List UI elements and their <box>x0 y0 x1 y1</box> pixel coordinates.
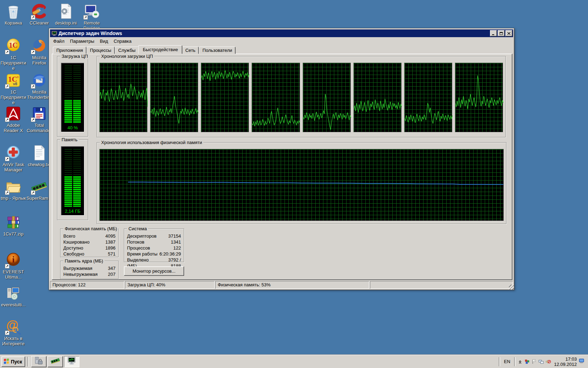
shortcut-arrow-icon: ↗ <box>31 50 35 54</box>
desktop-icon-adobe-reader[interactable]: ↗Adobe Reader X <box>0 105 27 133</box>
tab-users[interactable]: Пользователи <box>199 47 236 54</box>
tab-strip: ПриложенияПроцессыСлужбыБыстродействиеСе… <box>53 45 236 54</box>
tray-clock[interactable]: 17:03 12.09.2012 <box>554 356 577 367</box>
cpu-history-panel-1 <box>99 63 147 132</box>
cpu-history-panel-4 <box>252 63 300 132</box>
desktop-icon-ccleaner[interactable]: ↗CCleaner <box>26 3 52 26</box>
cpu-usage-group: Загрузка ЦП 40 % <box>57 56 88 137</box>
desktop-icon-desktop-ini[interactable]: desktop.ini <box>52 3 79 26</box>
everest-install-icon <box>5 285 22 301</box>
cpu-usage-group-title: Загрузка ЦП <box>60 54 89 59</box>
physical-memory-row: Доступно1896 <box>63 245 115 251</box>
superram-stick-icon <box>51 356 60 367</box>
desktop-icon-anvir[interactable]: ↗AnVir Task Manager <box>0 144 27 172</box>
tab-services[interactable]: Службы <box>115 47 139 54</box>
taskbar-button-anvir-tools[interactable] <box>31 356 47 367</box>
system-group: Система Дескрипторов37154Потоков1341Проц… <box>124 229 184 262</box>
tray-display-icon[interactable] <box>579 358 587 366</box>
taskbar-button-task-manager[interactable] <box>64 356 79 367</box>
language-indicator[interactable]: EN <box>502 359 512 364</box>
search-internet-icon: @↗ <box>5 318 22 335</box>
tab-performance[interactable]: Быстродействие <box>138 45 182 54</box>
desktop-icon-label: CCleaner <box>26 20 52 26</box>
show-hidden-icons-chevron[interactable] <box>517 359 523 364</box>
recycle-bin-icon <box>5 3 22 20</box>
ccleaner-icon: ↗ <box>31 3 48 20</box>
shortcut-arrow-icon: ↗ <box>5 264 9 268</box>
shortcut-arrow-icon: ↗ <box>31 15 35 20</box>
tab-network[interactable]: Сеть <box>182 47 199 54</box>
windows-logo-icon <box>4 358 9 365</box>
svg-text:v8: v8 <box>13 82 17 86</box>
cpu-history-panel-3 <box>201 63 249 132</box>
close-button[interactable] <box>505 30 512 36</box>
system-row: Процессов122 <box>127 245 181 251</box>
tmp-folder-icon: ↗ <box>5 178 22 195</box>
shortcut-arrow-icon: ↗ <box>5 84 9 89</box>
desktop-icon-remote-desktop[interactable]: ↗Remote Desktop <box>78 3 105 31</box>
desktop-icon-1c-v8[interactable]: 1С®v8↗1C Предприятие <box>0 72 27 105</box>
anvir-icon: ↗ <box>5 144 22 161</box>
svg-text:1С: 1С <box>9 41 18 49</box>
physical-memory-group-title: Физическая память (МБ) <box>63 226 118 231</box>
performance-tab-page: Загрузка ЦП 40 % Память 2,14 ГБ Хронолог… <box>52 54 512 280</box>
shortcut-arrow-icon: ↗ <box>83 15 88 20</box>
kernel-memory-row: Выгружаемая347 <box>63 265 115 271</box>
system-row: Дескрипторов37154 <box>127 233 181 239</box>
desktop-icon-label: desktop.ini <box>52 20 79 26</box>
taskbar-button-superram-stick[interactable] <box>48 356 63 367</box>
desktop-icon-label: AnVir Task Manager <box>0 162 27 172</box>
desktop-icon-1cv77-zip[interactable]: 1Cv77.zip <box>0 214 27 237</box>
physical-memory-group: Физическая память (МБ) Всего4095Кэширова… <box>60 229 119 257</box>
desktop-icon-search-internet[interactable]: @↗Искать в Интернете <box>0 318 27 346</box>
start-button[interactable]: Пуск <box>1 356 25 367</box>
tray-apps-icon[interactable] <box>524 359 530 364</box>
status-bar: Процессов: 122Загрузка ЦП: 40%Физическая… <box>50 280 513 289</box>
memory-gauge: 2,14 ГБ <box>61 146 84 216</box>
everest-icon: i↗ <box>5 252 22 268</box>
resource-monitor-button[interactable]: Монитор ресурсов... <box>124 266 184 276</box>
tab-applications[interactable]: Приложения <box>53 47 86 54</box>
kernel-memory-group: Память ядра (МБ) Выгружаемая347Невыгружа… <box>60 261 119 279</box>
desktop-icon-recycle-bin[interactable]: Корзина <box>0 3 27 26</box>
menu-item[interactable]: Справка <box>111 38 134 45</box>
tray-volume-muted-icon[interactable] <box>545 359 551 364</box>
memory-history-chart <box>99 149 504 221</box>
shortcut-arrow-icon: ↗ <box>31 190 35 195</box>
status-cell-0: Процессов: 122 <box>50 281 124 289</box>
task-manager-icon <box>67 356 76 367</box>
titlebar[interactable]: Диспетчер задач Windows <box>50 29 513 37</box>
resize-grip[interactable] <box>509 285 514 290</box>
status-cell-2: Физическая память: 53% <box>215 281 369 289</box>
cpu-history-panel-8 <box>455 63 503 132</box>
shortcut-arrow-icon: ↗ <box>5 190 9 195</box>
menu-item[interactable]: Параметры <box>67 38 97 45</box>
svg-text:®: ® <box>17 76 19 79</box>
desktop-icon-everest-install[interactable]: everestulti... <box>0 285 27 307</box>
system-tray: EN 17:03 12.09.2012 <box>497 356 587 367</box>
1c-v8-icon: 1С®v8↗ <box>5 72 22 89</box>
desktop-icon-label: 1Cv77.zip <box>0 231 27 237</box>
menu-item[interactable]: Файл <box>50 38 67 45</box>
desktop-icon-1c-enterprise[interactable]: 1С↗1C Предприятие <box>0 38 27 71</box>
menu-item[interactable]: Вид <box>97 38 111 45</box>
shortcut-arrow-icon: ↗ <box>5 157 9 161</box>
total-commander-icon: ↗ <box>31 105 48 122</box>
maximize-button[interactable] <box>498 30 505 36</box>
tray-network-icon[interactable] <box>538 359 544 364</box>
tray-flag-icon[interactable] <box>531 359 537 364</box>
remote-desktop-icon: ↗ <box>83 3 100 20</box>
desktop-icon-tmp-folder[interactable]: ↗tmp - Ярлык <box>0 178 27 201</box>
status-cell-1: Загрузка ЦП: 40% <box>125 281 215 289</box>
memory-history-group: Хронология использования физической памя… <box>97 142 506 224</box>
system-row: Время работы6:20:36:29 <box>127 251 181 257</box>
memory-history-group-title: Хронология использования физической памя… <box>100 140 203 145</box>
kernel-memory-group-title: Память ядра (МБ) <box>63 258 105 264</box>
minimize-button[interactable] <box>490 30 497 36</box>
desktop-icon-label: Искать в Интернете <box>0 336 27 346</box>
tab-processes[interactable]: Процессы <box>86 47 115 54</box>
taskbar-divider <box>27 357 29 367</box>
memory-gauge-group-title: Память <box>60 137 79 142</box>
menu-bar: ФайлПараметрыВидСправка <box>50 38 513 45</box>
desktop-icon-everest[interactable]: i↗EVEREST Ultima... <box>0 252 27 280</box>
